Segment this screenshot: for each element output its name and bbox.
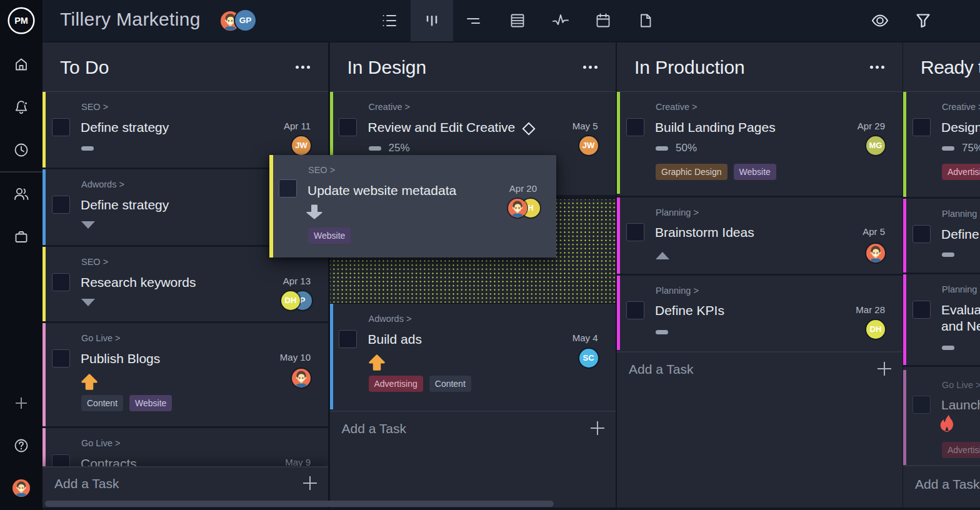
- svg-text:PM: PM: [14, 16, 28, 26]
